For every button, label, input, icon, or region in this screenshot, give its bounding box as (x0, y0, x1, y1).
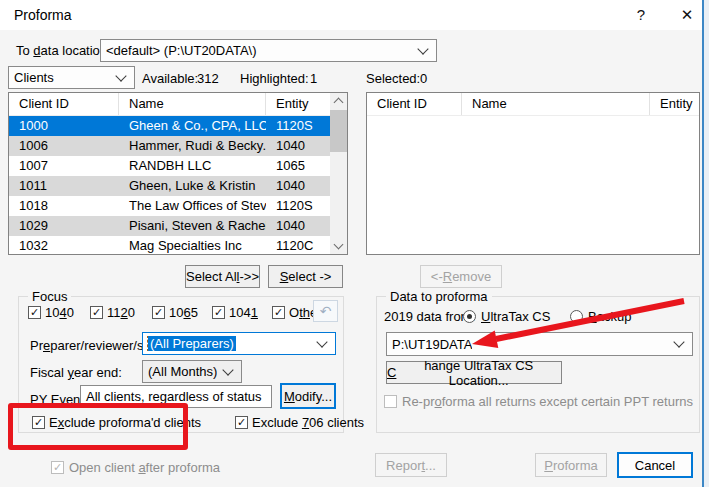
cell-name: Hammer, Rudi & Becky... (119, 136, 266, 156)
chevron-down-icon (115, 70, 126, 81)
cell-client-id: 1007 (9, 156, 119, 176)
scroll-up-button[interactable] (330, 93, 347, 109)
chevron-down-icon (222, 364, 233, 375)
checkbox-1040-label: 1040 (45, 305, 74, 320)
exclude-proformad-checkbox[interactable]: ✓ (32, 416, 45, 429)
checkbox-1065-label: 1065 (169, 305, 198, 320)
to-data-location-select[interactable]: <default> (P:\UT20DATA\) (100, 39, 437, 62)
ultratax-radio[interactable] (463, 310, 476, 323)
vertical-scrollbar[interactable] (330, 93, 347, 254)
available-count: 312 (197, 71, 219, 86)
table-row[interactable]: 1006 Hammer, Rudi & Becky... 1040 (9, 136, 330, 156)
to-data-location-value: <default> (P:\UT20DATA\) (101, 43, 257, 58)
background-window-edge (702, 0, 709, 487)
checkbox-1120-label: 1120 (107, 305, 135, 320)
cell-entity: 1040 (266, 136, 330, 156)
report-button[interactable]: Report... (375, 453, 447, 477)
cell-entity: 1065 (266, 156, 330, 176)
scroll-down-button[interactable] (330, 238, 347, 254)
cell-client-id: 1000 (9, 116, 119, 136)
help-icon[interactable]: ? (626, 0, 656, 30)
table-header[interactable]: Client ID Name Entity (367, 93, 699, 116)
column-client-id[interactable]: Client ID (9, 93, 119, 115)
chevron-down-icon (673, 336, 684, 347)
column-entity[interactable]: Entity (650, 93, 699, 115)
chevron-down-icon (417, 43, 428, 54)
exclude-proformad-label: Exclude proforma'd clients (49, 415, 201, 430)
exclude-706-label: Exclude 706 clients (252, 415, 364, 430)
py-event-label: PY Event: (30, 392, 88, 407)
cell-name: Pisani, Steven & Rachel (119, 216, 266, 236)
data-to-proforma-title: Data to proforma (386, 289, 492, 304)
table-row[interactable]: 1032 Mag Specialties Inc 1120C (9, 236, 330, 255)
highlighted-label: Highlighted: (240, 71, 309, 86)
available-clients-table: Client ID Name Entity 1000 Gheen & Co., … (8, 92, 348, 255)
table-row[interactable]: 1011 Gheen, Luke & Kristin 1040 (9, 176, 330, 196)
cell-client-id: 1011 (9, 176, 119, 196)
close-icon[interactable]: ✕ (672, 0, 702, 30)
column-name[interactable]: Name (462, 93, 650, 115)
chevron-down-icon (316, 336, 327, 347)
radio-dot (467, 314, 472, 319)
chevron-down-icon (334, 240, 344, 250)
remove-button[interactable]: <- Remove (420, 265, 502, 288)
proforma-dialog: Proforma ? ✕ To data location: <default>… (0, 0, 709, 487)
table-row[interactable]: 1018 The Law Offices of Stev... 1120S (9, 196, 330, 216)
fiscal-year-label: Fiscal year end: (30, 365, 122, 380)
table-header[interactable]: Client ID Name Entity (9, 93, 330, 116)
cell-entity: 1120C (266, 236, 330, 255)
checkbox-1120[interactable]: ✓ (90, 306, 103, 319)
fiscal-year-value: (All Months) (143, 364, 217, 379)
change-location-button[interactable]: Change UltraTax CS Location... (386, 361, 562, 384)
open-after-label: Open client after proforma (69, 460, 220, 475)
source-label: 2019 data from: (384, 309, 475, 324)
column-name[interactable]: Name (119, 93, 266, 115)
cell-entity: 1040 (266, 176, 330, 196)
exclude-706-checkbox[interactable]: ✓ (235, 416, 248, 429)
checkbox-1040[interactable]: ✓ (28, 306, 41, 319)
proforma-button[interactable]: Proforma (535, 453, 607, 477)
column-client-id[interactable]: Client ID (367, 93, 462, 115)
entity-filter-select[interactable]: Clients (8, 66, 135, 89)
scrollbar-thumb[interactable] (330, 110, 347, 152)
checkbox-other[interactable]: ✓ (272, 306, 285, 319)
source-path-value: P:\UT19DATA (387, 337, 472, 352)
cell-name: Gheen & Co., CPA, LLC (119, 116, 266, 136)
table-row[interactable]: 1000 Gheen & Co., CPA, LLC 1120S (9, 116, 330, 136)
selected-count: 0 (420, 71, 427, 86)
cell-client-id: 1029 (9, 216, 119, 236)
cancel-button[interactable]: Cancel (617, 452, 693, 478)
modify-button[interactable]: Modify... (280, 383, 336, 409)
select-all-button[interactable]: Select All ->> (185, 265, 260, 288)
checkbox-1041[interactable]: ✓ (212, 306, 225, 319)
to-data-location-label: To data location: (16, 43, 111, 58)
highlighted-count: 1 (310, 71, 317, 86)
available-label: Available: (142, 71, 198, 86)
title-bar (0, 0, 709, 30)
cell-name: Gheen, Luke & Kristin (119, 176, 266, 196)
cell-name: The Law Offices of Stev... (119, 196, 266, 216)
select-button[interactable]: Select -> (268, 265, 343, 288)
table-row[interactable]: 1007 RANDBH LLC 1065 (9, 156, 330, 176)
checkbox-1065[interactable]: ✓ (152, 306, 165, 319)
window-title: Proforma (14, 7, 72, 23)
cell-client-id: 1006 (9, 136, 119, 156)
column-entity[interactable]: Entity (266, 93, 330, 115)
cell-entity: 1040 (266, 216, 330, 236)
checkbox-1041-label: 1041 (229, 305, 258, 320)
entity-filter-value: Clients (9, 70, 54, 85)
table-row[interactable]: 1029 Pisani, Steven & Rachel 1040 (9, 216, 330, 236)
cell-name: Mag Specialties Inc (119, 236, 266, 255)
backup-radio-label: Backup (588, 309, 631, 324)
fiscal-year-select[interactable]: (All Months) (142, 360, 242, 383)
source-path-select[interactable]: P:\UT19DATA (386, 332, 693, 356)
preparer-value: (All Preparers) (148, 336, 236, 351)
backup-radio[interactable] (570, 310, 583, 323)
open-after-checkbox[interactable]: ✓ (51, 461, 64, 474)
reproforma-checkbox[interactable] (384, 395, 397, 408)
preparer-select[interactable]: (All Preparers) (142, 332, 336, 355)
selected-clients-table: Client ID Name Entity (366, 92, 700, 255)
undo-focus-button[interactable]: ↶ (313, 300, 338, 322)
py-event-field: All clients, regardless of status (80, 385, 272, 408)
focus-group-title: Focus (28, 289, 71, 304)
